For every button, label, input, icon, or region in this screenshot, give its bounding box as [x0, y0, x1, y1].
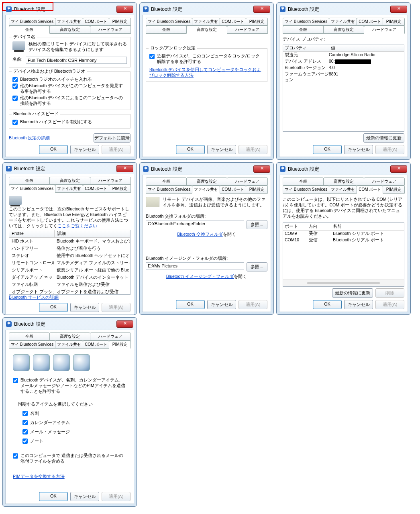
delete-button[interactable]: 削除 — [375, 288, 404, 298]
tab-advanced[interactable]: 高度な設定 — [49, 26, 90, 34]
tab-pim[interactable]: PIM設定 — [383, 186, 405, 194]
chk-mail[interactable] — [22, 429, 28, 434]
tab-advanced[interactable]: 高度な設定 — [49, 177, 90, 185]
tab-pim[interactable]: PIM設定 — [246, 186, 268, 194]
tab-com[interactable]: COM ポート — [83, 341, 109, 349]
cancel-button[interactable]: キャンセル — [344, 145, 373, 154]
exchange-folder-input[interactable] — [146, 220, 244, 227]
table-row[interactable]: COM10受信Bluetooth シリアル ポート — [283, 237, 404, 243]
tab-services[interactable]: マイ Bluetooth Services — [283, 186, 329, 194]
services-table[interactable]: Profile 詳細 HID ホストBluetooth キーボード、マウスおよび… — [9, 230, 130, 295]
tab-pim[interactable]: PIM設定 — [109, 18, 131, 26]
apply-button[interactable]: 適用(A) — [102, 145, 130, 154]
table-row[interactable]: COM9受信Bluetooth シリアル ポート — [283, 230, 404, 237]
tab-hardware[interactable]: ハードウェア — [90, 332, 131, 341]
ok-button[interactable]: OK — [313, 145, 342, 154]
tab-general[interactable]: 全般 — [9, 332, 50, 341]
tab-fileshare[interactable]: ファイル共有 — [192, 18, 220, 26]
tab-hardware[interactable]: ハードウェア — [90, 177, 131, 185]
apply-button[interactable]: 適用(A) — [239, 145, 267, 154]
table-row[interactable]: シリアルポート仮想シリアル ポート経由で他の Blue — [9, 267, 130, 274]
tab-hardware[interactable]: ハードウェア — [227, 177, 268, 186]
tab-services[interactable]: マイ Bluetooth Services — [146, 186, 192, 194]
scrollbar[interactable] — [283, 279, 404, 286]
chk-highspeed[interactable] — [12, 120, 18, 125]
cancel-button[interactable]: キャンセル — [70, 303, 99, 312]
link-settings-detail[interactable]: Bluetooth 設定の詳細 — [9, 135, 50, 141]
cancel-button[interactable]: キャンセル — [207, 145, 236, 154]
tab-com[interactable]: COM ポート — [220, 18, 246, 26]
tab-general[interactable]: 全般 — [283, 26, 324, 34]
tab-pim[interactable]: PIM設定 — [246, 18, 268, 26]
apply-button[interactable]: 適用(A) — [375, 145, 404, 154]
chk-allow-lock[interactable] — [149, 54, 155, 59]
chk-vcard[interactable] — [22, 411, 28, 416]
tab-general[interactable]: 全般 — [146, 26, 187, 34]
chk-calendar[interactable] — [22, 420, 28, 425]
tab-services[interactable]: マイ Bluetooth Services — [9, 185, 55, 193]
properties-list[interactable]: プロパティ 値 製造元Cambridge Silicon Radio デバイス … — [283, 45, 404, 132]
close-button[interactable] — [116, 165, 133, 172]
tab-advanced[interactable]: 高度な設定 — [186, 177, 227, 186]
defaults-button[interactable]: デフォルトに復帰 — [94, 133, 130, 143]
tab-general[interactable]: 全般 — [146, 177, 187, 186]
tab-com[interactable]: COM ポート — [83, 185, 109, 193]
tab-services[interactable]: マイ Bluetooth Services — [9, 18, 55, 26]
tab-com[interactable]: COM ポート — [357, 186, 383, 194]
tab-fileshare[interactable]: ファイル共有 — [192, 186, 220, 194]
cancel-button[interactable]: キャンセル — [207, 300, 236, 309]
chk-note[interactable] — [22, 439, 28, 444]
tab-services[interactable]: マイ Bluetooth Services — [146, 18, 192, 26]
tab-general[interactable]: 全般 — [9, 26, 50, 34]
table-row[interactable]: ハンドフリー発信および着信を行う — [9, 245, 130, 252]
apply-button[interactable]: 適用(A) — [239, 300, 267, 309]
link-pim-howto[interactable]: PIMデータを交換する方法 — [13, 474, 65, 479]
tab-pim[interactable]: PIM設定 — [109, 185, 131, 193]
tab-fileshare[interactable]: ファイル共有 — [55, 185, 83, 193]
apply-button[interactable]: 適用(A) — [102, 303, 130, 312]
table-row[interactable]: ステレオ使用中の Bluetooth ヘッドセットにオ — [9, 252, 130, 259]
table-row[interactable]: リモートコントロールマルチメディア ファイルのストリーミング — [9, 259, 130, 267]
tab-services[interactable]: マイ Bluetooth Services — [9, 341, 55, 349]
tab-pim[interactable]: PIM設定 — [383, 18, 405, 26]
close-button[interactable] — [116, 6, 133, 13]
close-button[interactable] — [253, 6, 270, 13]
apply-button[interactable]: 適用(A) — [102, 492, 130, 501]
com-body[interactable]: COM9受信Bluetooth シリアル ポートCOM10受信Bluetooth… — [283, 230, 404, 279]
tab-hardware[interactable]: ハードウェア — [90, 26, 131, 34]
link-lock-howto[interactable]: Bluetooth デバイスを使用してコンピュータをロックおよびロック解除する方… — [149, 67, 261, 78]
browse-button-2[interactable]: 参照... — [247, 262, 267, 271]
tab-advanced[interactable]: 高度な設定 — [323, 177, 364, 186]
chk-radio-switch[interactable] — [12, 77, 18, 82]
tab-advanced[interactable]: 高度な設定 — [49, 332, 90, 341]
tab-fileshare[interactable]: ファイル共有 — [55, 341, 83, 349]
ok-button[interactable]: OK — [39, 145, 68, 154]
close-button[interactable] — [116, 320, 133, 328]
ok-button[interactable]: OK — [176, 300, 205, 309]
imaging-folder-input[interactable] — [146, 262, 244, 269]
tab-pim[interactable]: PIM設定 — [109, 341, 131, 349]
table-row[interactable]: ダイアルアップ ネットワー...Bluetooth デバイスのインターネット ア — [9, 274, 130, 281]
tab-general[interactable]: 全般 — [9, 177, 50, 185]
chk-allow-pim[interactable] — [13, 378, 18, 383]
tab-fileshare[interactable]: ファイル共有 — [329, 18, 357, 26]
browse-button-1[interactable]: 参照... — [247, 220, 267, 229]
table-row[interactable]: HID ホストBluetooth キーボード、マウスおよびジ — [9, 238, 130, 245]
cancel-button[interactable]: キャンセル — [344, 300, 373, 309]
ok-button[interactable]: OK — [39, 492, 68, 501]
table-row[interactable]: オブジェクト プッシュオブジェクトを送信および受信 — [9, 288, 130, 294]
refresh-button[interactable]: 最新の情報に更新 — [363, 133, 404, 143]
name-input[interactable] — [26, 57, 127, 64]
cancel-button[interactable]: キャンセル — [70, 492, 99, 501]
tab-com[interactable]: COM ポート — [220, 186, 246, 194]
tab-advanced[interactable]: 高度な設定 — [323, 26, 364, 34]
tab-hardware[interactable]: ハードウェア — [364, 26, 405, 34]
link-services-detail[interactable]: Bluetooth サービスの詳細 — [9, 295, 59, 300]
apply-button[interactable]: 適用(A) — [375, 300, 404, 309]
ok-button[interactable]: OK — [39, 303, 68, 312]
tab-advanced[interactable]: 高度な設定 — [186, 26, 227, 34]
table-row[interactable]: ファイル転送ファイルを送信および受信 — [9, 281, 130, 288]
tab-fileshare[interactable]: ファイル共有 — [55, 18, 83, 26]
tab-com[interactable]: COM ポート — [357, 18, 383, 26]
tab-hardware[interactable]: ハードウェア — [227, 26, 268, 34]
